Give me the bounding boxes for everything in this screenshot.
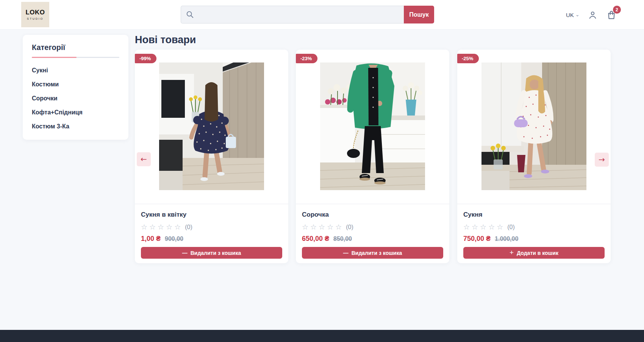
search-input[interactable] bbox=[181, 6, 404, 23]
star-icon: ☆ bbox=[158, 223, 164, 231]
price-current: 750,00 ₴ bbox=[463, 235, 491, 243]
rating-count: (0) bbox=[507, 224, 515, 231]
language-code: UK bbox=[566, 12, 574, 18]
product-info: Сукня ☆ ☆ ☆ ☆ ☆ (0) 750,00 ₴ 1.000,00 + … bbox=[457, 204, 611, 265]
footer bbox=[0, 330, 644, 342]
remove-from-cart-button[interactable]: — Видалити з кошика bbox=[302, 247, 443, 259]
sidebar-item-sorochky[interactable]: Сорочки bbox=[32, 95, 119, 102]
rating-row: ☆ ☆ ☆ ☆ ☆ (0) bbox=[302, 223, 443, 231]
sidebar-item-kofta-spidnytsia[interactable]: Кофта+Спідниця bbox=[32, 109, 119, 116]
star-icon: ☆ bbox=[319, 223, 325, 231]
add-to-cart-button[interactable]: + Додати в кошик bbox=[463, 247, 605, 259]
discount-badge: -99% bbox=[135, 54, 156, 63]
sidebar-item-kostium-3ka[interactable]: Костюм 3-Ка bbox=[32, 123, 119, 130]
product-title[interactable]: Сукня bbox=[463, 211, 605, 219]
star-icon: ☆ bbox=[141, 223, 147, 231]
categories-title: Категорії bbox=[32, 43, 119, 52]
star-icon: ☆ bbox=[149, 223, 156, 231]
remove-from-cart-button[interactable]: — Видалити з кошика bbox=[141, 247, 282, 259]
price-old: 900,00 bbox=[165, 236, 183, 242]
carousel-next-button[interactable]: → bbox=[595, 153, 609, 167]
price-old: 850,00 bbox=[333, 236, 352, 242]
categories-panel: Категорії Сукні Костюми Сорочки Кофта+Сп… bbox=[23, 35, 128, 140]
sidebar-item-sukni[interactable]: Сукні bbox=[32, 67, 119, 73]
header-actions: UK ⌄ 2 bbox=[566, 0, 617, 30]
star-icon: ☆ bbox=[310, 223, 317, 231]
header: LOKO STUDIO Пошук UK ⌄ 2 bbox=[0, 0, 644, 30]
price-row: 650,00 ₴ 850,00 bbox=[302, 235, 443, 242]
search-button[interactable]: Пошук bbox=[404, 6, 434, 23]
product-info: Сорочка ☆ ☆ ☆ ☆ ☆ (0) 650,00 ₴ 850,00 — … bbox=[296, 204, 449, 265]
brand-name: LOKO bbox=[25, 9, 45, 16]
rating-count: (0) bbox=[346, 224, 353, 231]
rating-row: ☆ ☆ ☆ ☆ ☆ (0) bbox=[463, 223, 605, 231]
cart-button-label: Видалити з кошика bbox=[352, 250, 402, 256]
discount-badge: -25% bbox=[457, 54, 479, 63]
cart-button[interactable]: 2 bbox=[606, 9, 617, 20]
user-icon bbox=[588, 10, 597, 20]
chevron-down-icon: ⌄ bbox=[575, 13, 580, 17]
price-current: 1,00 ₴ bbox=[141, 235, 161, 243]
product-photo-navy-dress bbox=[159, 62, 264, 190]
price-current: 650,00 ₴ bbox=[302, 235, 329, 243]
star-icon: ☆ bbox=[302, 223, 308, 231]
star-icon: ☆ bbox=[480, 223, 486, 231]
product-info: Сукня в квітку ☆ ☆ ☆ ☆ ☆ (0) 1,00 ₴ 900,… bbox=[135, 204, 288, 265]
search-icon bbox=[186, 10, 194, 19]
sidebar-item-kostiumy[interactable]: Костюми bbox=[32, 81, 119, 87]
product-photo-green-shirt bbox=[320, 62, 425, 190]
star-icon: ☆ bbox=[488, 223, 495, 231]
arrow-left-icon: ← bbox=[141, 155, 147, 164]
product-image[interactable] bbox=[457, 50, 611, 204]
price-row: 1,00 ₴ 900,00 bbox=[141, 235, 282, 242]
brand-subtitle: STUDIO bbox=[27, 17, 44, 20]
cart-button-label: Додати в кошик bbox=[517, 250, 558, 256]
language-selector[interactable]: UK ⌄ bbox=[566, 12, 580, 18]
rating-count: (0) bbox=[185, 224, 192, 231]
price-row: 750,00 ₴ 1.000,00 bbox=[463, 235, 605, 242]
price-old: 1.000,00 bbox=[495, 236, 518, 242]
categories-list: Сукні Костюми Сорочки Кофта+Спідниця Кос… bbox=[32, 67, 119, 130]
arrow-right-icon: → bbox=[599, 155, 605, 164]
product-title[interactable]: Сукня в квітку bbox=[141, 211, 282, 219]
minus-icon: — bbox=[343, 250, 349, 256]
discount-badge: -23% bbox=[296, 54, 317, 63]
star-icon: ☆ bbox=[166, 223, 172, 231]
minus-icon: — bbox=[182, 250, 188, 256]
star-icon: ☆ bbox=[497, 223, 503, 231]
cart-button-label: Видалити з кошика bbox=[191, 250, 241, 256]
product-image[interactable] bbox=[296, 50, 449, 204]
categories-divider bbox=[32, 57, 119, 58]
search-bar: Пошук bbox=[181, 6, 434, 23]
star-icon: ☆ bbox=[335, 223, 342, 231]
account-button[interactable] bbox=[588, 9, 598, 20]
star-icon: ☆ bbox=[174, 223, 181, 231]
star-icon: ☆ bbox=[472, 223, 478, 231]
rating-row: ☆ ☆ ☆ ☆ ☆ (0) bbox=[141, 223, 282, 231]
brand-logo[interactable]: LOKO STUDIO bbox=[21, 2, 49, 27]
product-card: -25% bbox=[457, 50, 611, 263]
plus-icon: + bbox=[510, 250, 514, 255]
product-photo-white-dress bbox=[481, 62, 586, 190]
product-title[interactable]: Сорочка bbox=[302, 211, 443, 219]
star-icon: ☆ bbox=[463, 223, 470, 231]
product-image[interactable] bbox=[135, 50, 288, 204]
product-card: -99% bbox=[135, 50, 288, 263]
page-title: Нові товари bbox=[135, 34, 196, 46]
product-card: -23% bbox=[296, 50, 449, 263]
cart-count-badge: 2 bbox=[613, 6, 621, 14]
carousel-prev-button[interactable]: ← bbox=[137, 152, 151, 166]
star-icon: ☆ bbox=[327, 223, 333, 231]
